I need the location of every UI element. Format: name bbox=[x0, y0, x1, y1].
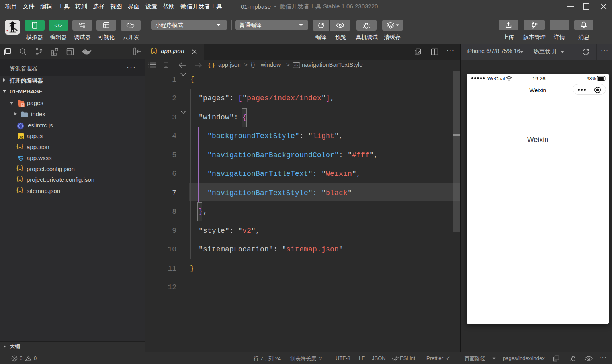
svg-text:abc: abc bbox=[294, 64, 299, 67]
